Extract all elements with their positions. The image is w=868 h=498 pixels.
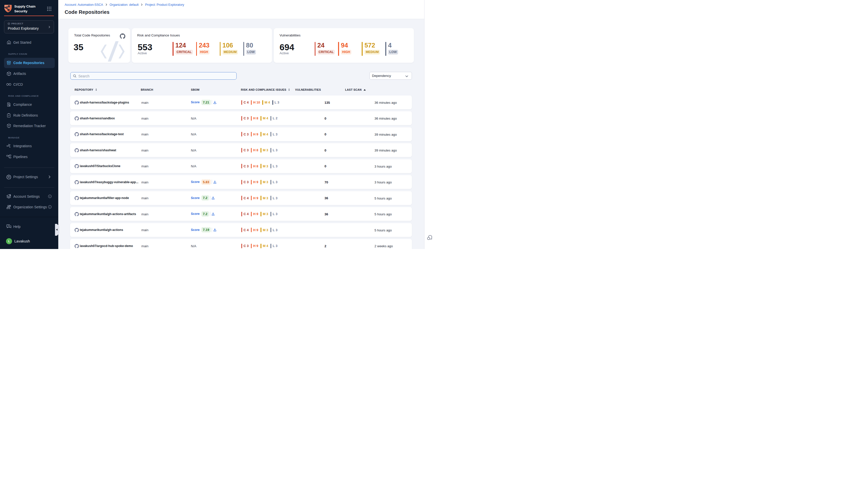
svg-text:?: ? [8,225,9,227]
